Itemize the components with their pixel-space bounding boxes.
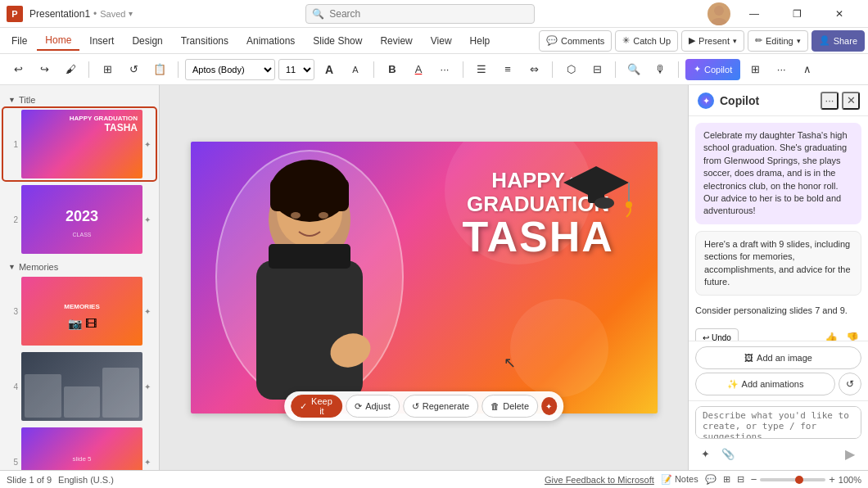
svg-text:✦: ✦	[703, 96, 710, 106]
slide-item-2[interactable]: 2 2023 CLASS ✦	[3, 183, 156, 255]
share-button[interactable]: 👤 Share	[811, 30, 865, 52]
tab-file[interactable]: File	[3, 32, 35, 50]
font-color-button[interactable]: A	[407, 59, 430, 80]
slide-info: Slide 1 of 9	[7, 475, 52, 485]
feedback-link[interactable]: Give Feedback to Microsoft	[545, 475, 654, 485]
copilot-action-icon[interactable]: ✦	[541, 397, 557, 415]
tab-view[interactable]: View	[423, 32, 460, 50]
bold-button[interactable]: B	[381, 59, 404, 80]
tab-help[interactable]: Help	[462, 32, 499, 50]
zoom-slider[interactable]	[760, 478, 825, 481]
comments-panel-button[interactable]: 💬	[705, 474, 717, 485]
font-family-select[interactable]: Aptos (Body)	[185, 59, 275, 80]
copilot-toolbar-button[interactable]: ✦ Copilot	[685, 59, 740, 80]
copilot-close-button[interactable]: ✕	[842, 92, 860, 110]
catchup-icon: ✳	[622, 35, 630, 46]
search-icon: 🔍	[312, 8, 324, 20]
copilot-input[interactable]	[695, 406, 861, 439]
undo-button[interactable]: ↩	[7, 59, 29, 80]
expand-ribbon-button[interactable]: ∧	[796, 59, 819, 80]
slide-num-3: 3	[5, 307, 18, 316]
app-logo: P	[7, 6, 23, 22]
slide-thumb-1: HAPPY GRADUATION TASHA	[21, 110, 142, 178]
shapes-button[interactable]: ⬡	[559, 59, 582, 80]
undo-button[interactable]: ↩ Undo	[695, 328, 739, 341]
comments-icon: 💬	[546, 35, 558, 46]
regenerate-button[interactable]: ↺ Regenerate	[403, 395, 479, 418]
copilot-input-actions: ✦ 📎 ▶	[695, 442, 861, 465]
regenerate-icon: ↺	[412, 401, 419, 412]
keep-button[interactable]: ✓ Keep it	[291, 395, 342, 418]
sparkle-input-button[interactable]: ✦	[695, 444, 715, 463]
ribbon-tabs: File Home Insert Design Transitions Anim…	[0, 28, 868, 54]
numbering-button[interactable]: ≡	[496, 59, 519, 80]
refresh-button[interactable]: ↺	[839, 373, 861, 395]
section-title-header: ▼ Title	[3, 92, 156, 108]
zoom-level: 100%	[839, 475, 861, 485]
add-animations-button[interactable]: ✨ Add animations	[695, 373, 835, 395]
mic-button[interactable]: 🎙	[649, 59, 671, 80]
adjust-button[interactable]: ⟳ Adjust	[346, 395, 400, 418]
search-input[interactable]	[305, 4, 535, 24]
svg-point-1	[711, 18, 727, 25]
separator-7	[678, 61, 679, 78]
text-dir-button[interactable]: ⇔	[522, 59, 545, 80]
redo-button[interactable]: ↪	[33, 59, 56, 80]
tab-animations[interactable]: Animations	[238, 32, 303, 50]
slide-item-1[interactable]: 1 HAPPY GRADUATION TASHA ✦	[3, 108, 156, 180]
grid-button[interactable]: ⊞	[744, 59, 766, 80]
slide-sorter-button[interactable]: ⊞	[723, 474, 730, 485]
copilot-action-buttons: 🖼 Add an image ✨ Add animations ↺	[689, 341, 868, 400]
refresh-icon: ↺	[846, 378, 854, 390]
more-toolbar-button[interactable]: ···	[770, 59, 793, 80]
reading-view-button[interactable]: ⊟	[737, 474, 744, 485]
copilot-undo-row: ↩ Undo 👍 👎	[695, 328, 861, 341]
thumbs-down-button[interactable]: 👎	[843, 328, 861, 341]
zoom-minus-icon[interactable]: −	[751, 473, 757, 486]
tab-transitions[interactable]: Transitions	[173, 32, 237, 50]
tab-design[interactable]: Design	[124, 32, 170, 50]
share-icon: 👤	[819, 35, 830, 46]
tab-review[interactable]: Review	[372, 32, 420, 50]
editing-button[interactable]: ✏ Editing ▾	[748, 30, 808, 52]
notes-button[interactable]: 📝 Notes	[661, 474, 698, 485]
slide-thumb-4	[21, 352, 142, 421]
slide-item-5[interactable]: 5 slide 5 ✦	[3, 426, 156, 470]
section-chevron-icon: ▼	[8, 96, 16, 104]
minimize-button[interactable]: —	[735, 0, 773, 28]
arrange-button[interactable]: ⊟	[585, 59, 608, 80]
slide-item-3[interactable]: 3 MEMORIES 📷🎞 ✦	[3, 275, 156, 347]
present-button[interactable]: ▶ Present ▾	[681, 30, 744, 52]
svg-rect-5	[269, 244, 350, 269]
font-size-select[interactable]: 11	[278, 59, 314, 80]
section-button[interactable]: 📋	[148, 59, 171, 80]
decrease-font-button[interactable]: A	[344, 59, 367, 80]
slide-item-4[interactable]: 4 ✦	[3, 350, 156, 422]
reset-button[interactable]: ↺	[122, 59, 145, 80]
close-button[interactable]: ✕	[821, 0, 858, 28]
slide-canvas[interactable]: HAPPY 〰 GRADUATION TASHA	[191, 142, 658, 413]
catch-up-button[interactable]: ✳ Catch Up	[615, 30, 678, 52]
find-button[interactable]: 🔍	[622, 59, 645, 80]
add-image-button[interactable]: 🖼 Add an image	[695, 346, 861, 369]
zoom-plus-icon[interactable]: +	[829, 473, 835, 486]
copilot-more-button[interactable]: ···	[821, 92, 839, 110]
more-font-button[interactable]: ···	[433, 59, 456, 80]
increase-font-button[interactable]: A	[318, 59, 341, 80]
format-painter-button[interactable]: 🖌	[59, 59, 82, 80]
tab-home[interactable]: Home	[37, 31, 79, 51]
separator-5	[552, 61, 553, 78]
thumbs-up-button[interactable]: 👍	[822, 328, 840, 341]
restore-button[interactable]: ❐	[778, 0, 816, 28]
attachment-button[interactable]: 📎	[718, 444, 738, 463]
send-button[interactable]: ▶	[839, 442, 861, 465]
layout-button[interactable]: ⊞	[96, 59, 119, 80]
comments-button[interactable]: 💬 Comments	[539, 30, 612, 52]
tab-insert[interactable]: Insert	[81, 32, 122, 50]
tab-slideshow[interactable]: Slide Show	[305, 32, 370, 50]
separator-3	[373, 61, 374, 78]
status-bar: Slide 1 of 9 English (U.S.) Give Feedbac…	[0, 470, 868, 488]
copilot-panel: ✦ Copilot ··· ✕ Celebrate my daughter Ta…	[688, 85, 868, 470]
delete-button[interactable]: 🗑 Delete	[481, 395, 538, 418]
bullets-button[interactable]: ☰	[470, 59, 493, 80]
